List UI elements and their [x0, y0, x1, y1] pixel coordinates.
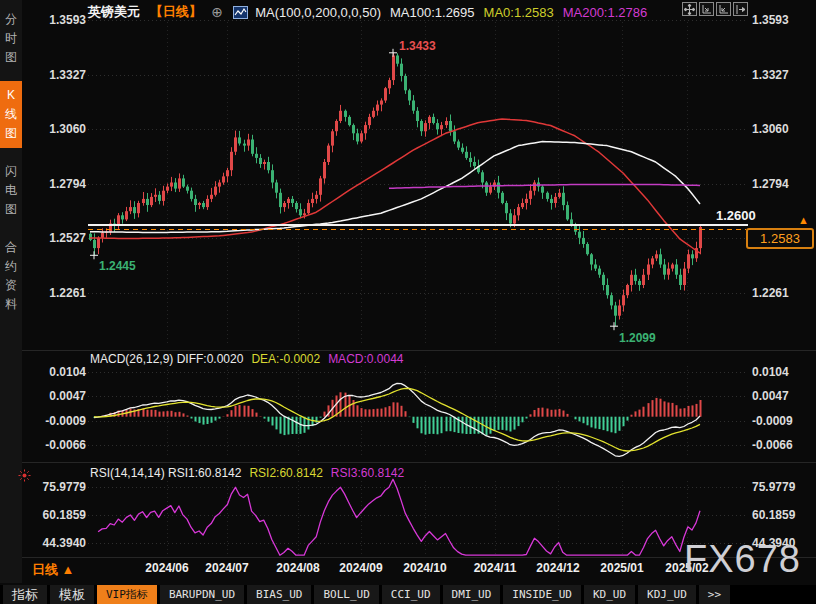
price-extreme-annotation: 1.2445 — [99, 259, 136, 273]
price-axis-label-right: 1.3060 — [752, 122, 814, 136]
x-axis-month-label: 2024/11 — [463, 561, 527, 575]
price-axis-label-left: 1.3327 — [26, 68, 86, 82]
price-extreme-annotation: 1.3433 — [399, 39, 436, 53]
macd-title-part: MACD(26,12,9) DIFF:0.0020 — [90, 352, 243, 366]
sidebar-item-K线图[interactable]: K 线 图 — [0, 81, 22, 148]
trading-app-window: 分 时 图K 线 图闪 电 图合 约 资 料 英镑美元 【日线】 ⊕ MA(10… — [0, 0, 816, 604]
tab-CCI_UD[interactable]: CCI_UD — [382, 585, 440, 604]
rsi-axis-label-left: 75.9779 — [26, 480, 86, 494]
macd-title-part: MACD:0.0044 — [328, 352, 403, 366]
tab-模板[interactable]: 模板 — [50, 585, 94, 604]
tab-KDJ_UD[interactable]: KDJ_UD — [638, 585, 696, 604]
indicator-alert-icon — [18, 468, 31, 486]
x-axis-month-label: 2024/09 — [329, 561, 393, 575]
panel-divider — [22, 462, 816, 463]
last-price-arrow-icon: ▲ — [798, 214, 809, 226]
period-selector[interactable]: 日线 ▲ — [32, 561, 74, 579]
tab-VIP指标[interactable]: VIP指标 — [97, 585, 157, 604]
macd-title: MACD(26,12,9) DIFF:0.0020DEA:-0.0002MACD… — [90, 352, 412, 366]
chart-toolbar — [682, 2, 748, 16]
ma-values: MA(100,0,200,0,0,50)MA100:1.2695MA0:1.25… — [255, 4, 656, 19]
x-axis-month-label: 2024/07 — [195, 561, 259, 575]
macd-axis-label-left: 0.0047 — [26, 389, 86, 403]
price-axis-label-right: 1.3327 — [752, 68, 814, 82]
ma-value-label: MA(100,0,200,0,0,50) — [255, 5, 381, 20]
tab-KD_UD[interactable]: KD_UD — [584, 585, 635, 604]
panel-divider — [22, 350, 816, 351]
tab->>[interactable]: >> — [699, 585, 730, 604]
x-axis-month-label: 2024/10 — [393, 561, 457, 575]
sidebar: 分 时 图K 线 图闪 电 图合 约 资 料 — [0, 0, 22, 583]
bottom-tab-bar: 指标模板VIP指标BARUPDN_UDBIAS_UDBOLL_UDCCI_UDD… — [0, 585, 816, 604]
x-axis-month-label: 2024/08 — [266, 561, 330, 575]
add-indicator-icon[interactable]: ⊕ — [211, 4, 223, 20]
last-price-badge: 1.2583 — [746, 228, 814, 249]
rsi-title-part: RSI3:60.8142 — [331, 466, 404, 480]
rsi-axis-label-right: 60.1859 — [752, 508, 814, 522]
ma-value-label: MA100:1.2695 — [390, 5, 475, 20]
tab-BIAS_UD[interactable]: BIAS_UD — [247, 585, 311, 604]
symbol-title: 英镑美元 — [88, 4, 140, 19]
sidebar-item-闪电图[interactable]: 闪 电 图 — [0, 157, 22, 224]
rsi-axis-label-left: 60.1859 — [26, 508, 86, 522]
tab-DMI_UD[interactable]: DMI_UD — [443, 585, 501, 604]
tab-指标[interactable]: 指标 — [3, 585, 47, 604]
price-extreme-annotation: 1.2099 — [619, 331, 656, 345]
price-axis-label-left: 1.2794 — [26, 177, 86, 191]
goto-latest-icon[interactable] — [733, 2, 748, 16]
rsi-title-part: RSI2:60.8142 — [249, 466, 322, 480]
macd-axis-label-left: -0.0066 — [26, 438, 86, 452]
chart-thumbnail-icon — [233, 6, 248, 22]
sidebar-item-分时图[interactable]: 分 时 图 — [0, 5, 22, 72]
tab-BARUPDN_UD[interactable]: BARUPDN_UD — [160, 585, 244, 604]
macd-title-part: DEA:-0.0002 — [251, 352, 320, 366]
rsi-title-part: RSI(14,14,14) RSI1:60.8142 — [90, 466, 241, 480]
price-axis-label-left: 1.3593 — [26, 13, 86, 27]
macd-axis-label-right: -0.0009 — [752, 414, 814, 428]
ma-value-label: MA200:1.2786 — [563, 5, 648, 20]
macd-axis-label-left: -0.0009 — [26, 414, 86, 428]
chart-header: 英镑美元 【日线】 ⊕ MA(100,0,200,0,0,50)MA100:1.… — [88, 3, 656, 19]
rsi-axis-label-left: 44.3940 — [26, 536, 86, 550]
macd-axis-label-right: -0.0066 — [752, 438, 814, 452]
rsi-title: RSI(14,14,14) RSI1:60.8142RSI2:60.8142RS… — [90, 466, 412, 480]
macd-axis-label-right: 0.0047 — [752, 389, 814, 403]
x-axis-month-label: 2024/06 — [135, 561, 199, 575]
macd-axis-label-left: 0.0104 — [26, 365, 86, 379]
price-axis-label-left: 1.2527 — [26, 231, 86, 245]
price-axis-label-right: 1.2794 — [752, 177, 814, 191]
tab-INSIDE_UD[interactable]: INSIDE_UD — [503, 585, 581, 604]
expand-x-icon[interactable] — [716, 2, 731, 16]
price-alert-line-label: 1.2600 — [716, 208, 756, 223]
tab-BOLL_UD[interactable]: BOLL_UD — [314, 585, 378, 604]
x-axis-month-label: 2024/12 — [526, 561, 590, 575]
sidebar-item-合约资料[interactable]: 合 约 资 料 — [0, 233, 22, 319]
rsi-axis-label-right: 75.9779 — [752, 480, 814, 494]
macd-axis-label-right: 0.0104 — [752, 365, 814, 379]
ma-value-label: MA0:1.2583 — [484, 5, 554, 20]
price-axis-label-right: 1.2261 — [752, 286, 814, 300]
pan-icon[interactable] — [682, 2, 697, 16]
price-axis-label-right: 1.3593 — [752, 13, 814, 27]
x-axis-month-label: 2025/01 — [590, 561, 654, 575]
compress-x-icon[interactable] — [699, 2, 714, 16]
price-axis-label-left: 1.3060 — [26, 122, 86, 136]
period-tag: 【日线】 — [150, 4, 202, 19]
chart-canvas[interactable] — [0, 0, 816, 604]
price-axis-label-left: 1.2261 — [26, 286, 86, 300]
watermark: FX678 — [684, 538, 801, 581]
